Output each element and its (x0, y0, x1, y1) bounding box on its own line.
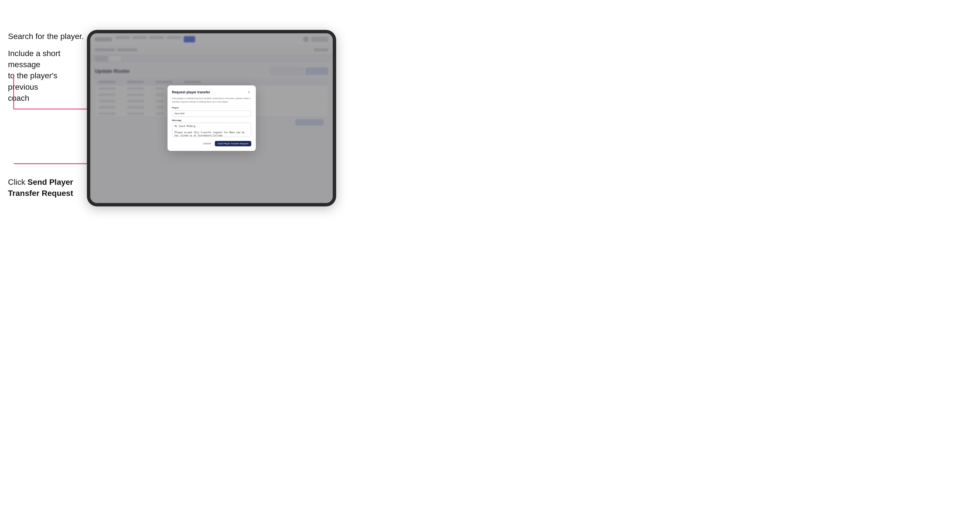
tablet-screen: Update Roster (90, 33, 333, 203)
request-transfer-modal: Request player transfer × If the player … (167, 86, 256, 151)
cancel-button[interactable]: Cancel (200, 141, 213, 146)
send-transfer-request-button[interactable]: Send Player Transfer Request (215, 141, 251, 146)
modal-footer: Cancel Send Player Transfer Request (172, 141, 251, 146)
player-field-label: Player (172, 106, 251, 109)
app-screen: Update Roster (90, 33, 333, 203)
message-textarea[interactable] (172, 123, 251, 137)
message-field-label: Message (172, 119, 251, 122)
annotation-click: Click Send Player Transfer Request (8, 176, 73, 199)
modal-description: If the player is transferring from anoth… (172, 97, 251, 104)
modal-title: Request player transfer (172, 90, 210, 94)
annotation-search: Search for the player. (8, 31, 84, 42)
player-search-input[interactable] (172, 111, 251, 117)
modal-close-button[interactable]: × (247, 90, 251, 95)
annotation-message: Include a short message to the player's … (8, 48, 82, 104)
tablet-device: Update Roster (87, 30, 336, 206)
modal-overlay: Request player transfer × If the player … (90, 33, 333, 203)
modal-header: Request player transfer × (172, 90, 251, 95)
